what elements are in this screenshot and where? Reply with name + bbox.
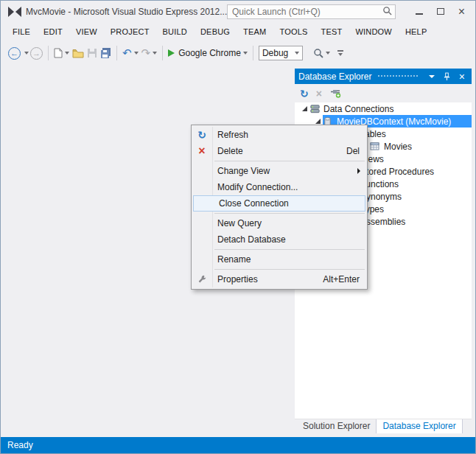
menu-help[interactable]: HELP <box>399 23 434 41</box>
menu-item-modify-connection[interactable]: Modify Connection... <box>192 179 367 195</box>
menu-bar: FILE EDIT VIEW PROJECT BUILD DEBUG TEAM … <box>1 23 475 41</box>
solution-configuration-combobox[interactable]: Debug <box>259 46 303 60</box>
server-icon <box>309 104 321 114</box>
forward-arrow-icon: → <box>30 47 43 60</box>
window-controls: × <box>408 4 472 19</box>
database-explorer-toolbar: ↻ × <box>295 84 472 102</box>
expand-arrow-icon[interactable] <box>312 119 323 124</box>
start-debugging-button[interactable]: Google Chrome <box>167 44 249 62</box>
undo-button[interactable]: ↶ <box>121 44 140 62</box>
menu-item-label: Close Connection <box>219 198 289 209</box>
configuration-value: Debug <box>262 48 293 58</box>
search-icon <box>382 6 392 18</box>
menu-edit[interactable]: EDIT <box>37 23 69 41</box>
menu-item-label: New Query <box>217 218 262 228</box>
maximize-button[interactable] <box>430 4 451 19</box>
menu-item-delete[interactable]: × Delete Del <box>192 143 367 159</box>
configuration-caret-icon <box>295 52 299 55</box>
menu-item-label: Detach Database <box>217 234 286 245</box>
table-icon <box>370 142 382 152</box>
menu-separator <box>214 161 365 161</box>
menu-test[interactable]: TEST <box>315 23 349 41</box>
menu-item-properties[interactable]: Properties Alt+Enter <box>192 271 367 287</box>
save-all-button[interactable] <box>99 44 113 62</box>
menu-build[interactable]: BUILD <box>156 23 194 41</box>
window-title: MvcMovie - Microsoft Visual Studio Expre… <box>26 1 227 23</box>
menu-window[interactable]: WINDOW <box>349 23 398 41</box>
pin-icon[interactable] <box>444 72 450 81</box>
redo-icon: ↷ <box>141 47 151 59</box>
maximize-icon <box>437 8 444 15</box>
quick-launch-input[interactable] <box>231 7 382 17</box>
menu-item-detach-database[interactable]: Detach Database <box>192 231 367 248</box>
refresh-icon[interactable]: ↻ <box>300 88 309 99</box>
panel-title: Database Explorer <box>298 71 371 82</box>
close-button[interactable]: × <box>451 4 472 19</box>
menu-separator <box>214 213 365 214</box>
redo-button[interactable]: ↷ <box>140 44 159 62</box>
find-in-files-button[interactable] <box>312 44 332 62</box>
delete-connection-icon[interactable]: × <box>316 88 322 99</box>
expand-arrow-icon[interactable] <box>299 106 309 111</box>
tab-database-explorer[interactable]: Database Explorer <box>376 419 462 433</box>
new-item-button[interactable] <box>52 44 71 62</box>
menu-item-shortcut: Del <box>346 146 360 156</box>
menu-item-new-query[interactable]: New Query <box>192 215 367 231</box>
menu-separator <box>214 269 365 270</box>
run-target-label: Google Chrome <box>178 48 241 58</box>
overflow-bars-icon <box>337 50 343 52</box>
run-target-caret-icon[interactable] <box>243 52 248 55</box>
menu-item-label: Properties <box>217 274 258 284</box>
panel-tab-strip: Solution Explorer Database Explorer <box>295 419 472 433</box>
title-bar[interactable]: MvcMovie - Microsoft Visual Studio Expre… <box>1 1 475 23</box>
menu-file[interactable]: FILE <box>6 23 37 41</box>
vs-window: MvcMovie - Microsoft Visual Studio Expre… <box>0 0 476 454</box>
status-text: Ready <box>7 440 33 450</box>
menu-item-label: Refresh <box>217 130 248 140</box>
new-file-icon <box>54 48 63 58</box>
wrench-icon <box>192 274 212 284</box>
menu-item-close-connection[interactable]: Close Connection <box>193 195 365 212</box>
menu-item-label: Rename <box>217 254 251 265</box>
panel-close-icon[interactable]: × <box>459 71 465 82</box>
menu-tools[interactable]: TOOLS <box>273 23 314 41</box>
menu-item-change-view[interactable]: Change View <box>192 163 367 179</box>
find-caret-icon <box>326 52 330 55</box>
menu-debug[interactable]: DEBUG <box>194 23 237 41</box>
toolbar-separator <box>162 46 163 60</box>
navigate-back-button[interactable]: ← <box>7 44 22 62</box>
refresh-icon: ↻ <box>192 129 212 141</box>
toolbar-separator <box>116 46 117 60</box>
tree-item-data-connections[interactable]: Data Connections <box>295 102 472 115</box>
connect-to-database-icon[interactable] <box>329 86 341 100</box>
tab-solution-explorer[interactable]: Solution Explorer <box>297 419 376 433</box>
menu-item-rename[interactable]: Rename <box>192 251 367 268</box>
save-all-icon <box>100 48 111 58</box>
undo-caret-icon <box>134 52 139 55</box>
menu-item-label: Delete <box>217 146 243 156</box>
menu-project[interactable]: PROJECT <box>104 23 156 41</box>
quick-launch-box[interactable] <box>227 4 396 19</box>
menu-team[interactable]: TEAM <box>237 23 273 41</box>
visual-studio-logo-icon <box>7 6 22 20</box>
toolbar-overflow-button[interactable] <box>337 50 343 56</box>
menu-separator <box>214 249 365 250</box>
menu-item-refresh[interactable]: ↻ Refresh <box>192 127 367 143</box>
minimize-button[interactable] <box>408 4 430 19</box>
status-bar: Ready <box>1 437 475 453</box>
save-button[interactable] <box>85 44 99 62</box>
standard-toolbar: ← → ↶ ↷ Google Chrome Debug <box>1 41 475 65</box>
open-folder-icon <box>72 49 84 58</box>
drag-grip-dots[interactable] <box>377 74 418 78</box>
open-file-button[interactable] <box>71 44 85 62</box>
menu-view[interactable]: VIEW <box>69 23 104 41</box>
menu-item-label: Modify Connection... <box>217 182 298 192</box>
find-icon <box>313 48 323 58</box>
panel-menu-caret-icon[interactable] <box>429 75 435 78</box>
navigate-forward-button[interactable]: → <box>29 44 44 62</box>
context-menu: ↻ Refresh × Delete Del Change View Modif… <box>191 125 368 290</box>
redo-caret-icon <box>153 52 157 55</box>
database-explorer-header[interactable]: Database Explorer × <box>295 69 472 84</box>
close-icon: × <box>458 6 465 18</box>
tree-item-label: Stored Procedures <box>360 167 436 177</box>
